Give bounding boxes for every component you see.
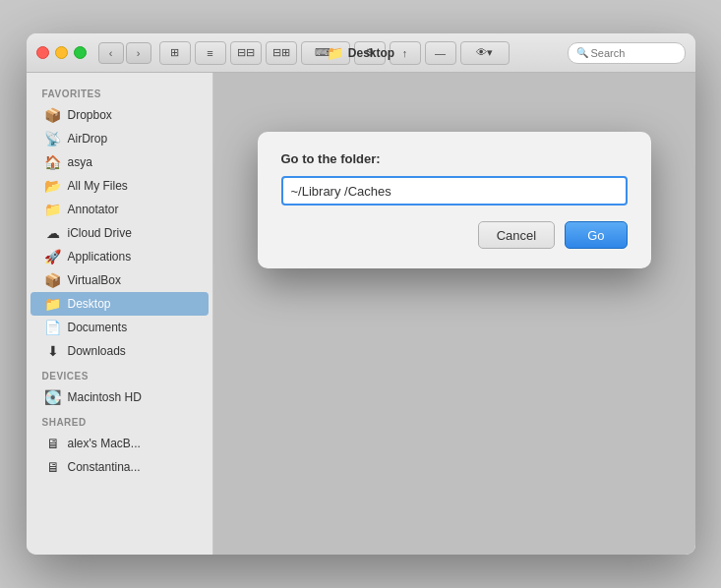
window-title-area: 📁 Desktop — [327, 45, 394, 61]
sidebar-item-label: Applications — [68, 250, 132, 264]
sidebar-item-label: Dropbox — [68, 108, 112, 122]
sidebar-item-dropbox[interactable]: 📦 Dropbox — [30, 103, 209, 127]
airdrop-icon: 📡 — [44, 131, 62, 147]
sidebar-item-alexs-mac[interactable]: 🖥 alex's MacB... — [30, 432, 209, 455]
dialog-buttons: Cancel Go — [281, 221, 628, 249]
traffic-lights — [36, 46, 87, 59]
sidebar-item-annotator[interactable]: 📁 Annotator — [30, 198, 209, 221]
sidebar-item-label: Annotator — [68, 203, 119, 216]
sidebar-item-constantina[interactable]: 🖥 Constantina... — [30, 455, 209, 479]
desktop-icon: 📁 — [44, 296, 62, 312]
eyeview-button[interactable]: 👁▾ — [460, 41, 510, 65]
sidebar-item-macintosh-hd[interactable]: 💽 Macintosh HD — [30, 385, 209, 409]
sidebar-item-documents[interactable]: 📄 Documents — [30, 316, 209, 339]
shared-label: Shared — [27, 409, 212, 432]
sidebar-item-label: VirtualBox — [68, 273, 121, 287]
go-to-folder-dialog: Go to the folder: Cancel Go — [258, 132, 651, 268]
applications-icon: 🚀 — [44, 249, 62, 265]
sidebar: Favorites 📦 Dropbox 📡 AirDrop 🏠 asya 📂 A… — [27, 73, 213, 555]
window-title: Desktop — [348, 46, 394, 60]
search-box[interactable]: 🔍 — [568, 42, 686, 64]
sidebar-item-label: AirDrop — [68, 132, 108, 146]
sidebar-item-all-my-files[interactable]: 📂 All My Files — [30, 174, 209, 198]
minimize-button[interactable] — [55, 46, 68, 59]
go-button[interactable]: Go — [565, 221, 627, 249]
sidebar-item-applications[interactable]: 🚀 Applications — [30, 245, 209, 268]
home-icon: 🏠 — [44, 154, 62, 170]
view-icon-grid[interactable]: ⊞ — [159, 41, 191, 65]
all-files-icon: 📂 — [44, 178, 62, 194]
titlebar: ‹ › ⊞ ≡ ⊟⊟ ⊟⊞ ⌨▾ ⚙ ↑ — 👁▾ 📁 Desktop 🔍 — [27, 33, 695, 73]
sidebar-item-desktop[interactable]: 📁 Desktop — [30, 292, 209, 316]
file-area: Go to the folder: Cancel Go — [213, 73, 695, 555]
network-computer-icon: 🖥 — [44, 436, 62, 451]
favorites-label: Favorites — [27, 81, 212, 103]
search-input[interactable] — [591, 47, 677, 59]
forward-button[interactable]: › — [126, 42, 151, 64]
view-icon-coverflow[interactable]: ⊟⊞ — [266, 41, 297, 65]
harddisk-icon: 💽 — [44, 389, 62, 405]
dropbox-icon: 📦 — [44, 107, 62, 123]
icloud-icon: ☁ — [44, 225, 62, 241]
documents-icon: 📄 — [44, 320, 62, 335]
close-button[interactable] — [36, 46, 49, 59]
sidebar-item-virtualbox[interactable]: 📦 VirtualBox — [30, 268, 209, 292]
nav-buttons: ‹ › — [98, 42, 151, 64]
sidebar-item-label: Macintosh HD — [68, 390, 142, 404]
sidebar-item-label: All My Files — [68, 179, 128, 193]
sidebar-item-label: Constantina... — [68, 460, 141, 474]
annotator-icon: 📁 — [44, 202, 62, 217]
sidebar-item-label: asya — [68, 155, 92, 169]
edit-tags-button[interactable]: — — [425, 41, 456, 65]
sidebar-item-asya[interactable]: 🏠 asya — [30, 150, 209, 174]
maximize-button[interactable] — [74, 46, 87, 59]
devices-label: Devices — [27, 363, 212, 385]
virtualbox-icon: 📦 — [44, 272, 62, 288]
view-icon-list[interactable]: ≡ — [195, 41, 226, 65]
sidebar-item-label: iCloud Drive — [68, 226, 132, 240]
sidebar-item-label: alex's MacB... — [68, 437, 141, 450]
finder-window: ‹ › ⊞ ≡ ⊟⊟ ⊟⊞ ⌨▾ ⚙ ↑ — 👁▾ 📁 Desktop 🔍 Fa… — [27, 33, 695, 555]
sidebar-item-label: Downloads — [68, 344, 126, 358]
sidebar-item-label: Documents — [68, 321, 128, 334]
cancel-button[interactable]: Cancel — [478, 221, 555, 249]
network-computer-icon-2: 🖥 — [44, 459, 62, 475]
sidebar-item-airdrop[interactable]: 📡 AirDrop — [30, 127, 209, 150]
sidebar-item-label: Desktop — [68, 297, 111, 311]
back-button[interactable]: ‹ — [98, 42, 124, 64]
main-content: Favorites 📦 Dropbox 📡 AirDrop 🏠 asya 📂 A… — [27, 73, 695, 555]
downloads-icon: ⬇ — [44, 343, 62, 359]
search-icon: 🔍 — [576, 47, 588, 58]
sidebar-item-icloud[interactable]: ☁ iCloud Drive — [30, 221, 209, 245]
folder-path-input[interactable] — [281, 176, 628, 206]
dialog-title: Go to the folder: — [281, 151, 628, 166]
view-icon-column[interactable]: ⊟⊟ — [230, 41, 262, 65]
sidebar-item-downloads[interactable]: ⬇ Downloads — [30, 339, 209, 363]
dialog-overlay: Go to the folder: Cancel Go — [213, 73, 695, 555]
folder-icon: 📁 — [327, 45, 343, 61]
